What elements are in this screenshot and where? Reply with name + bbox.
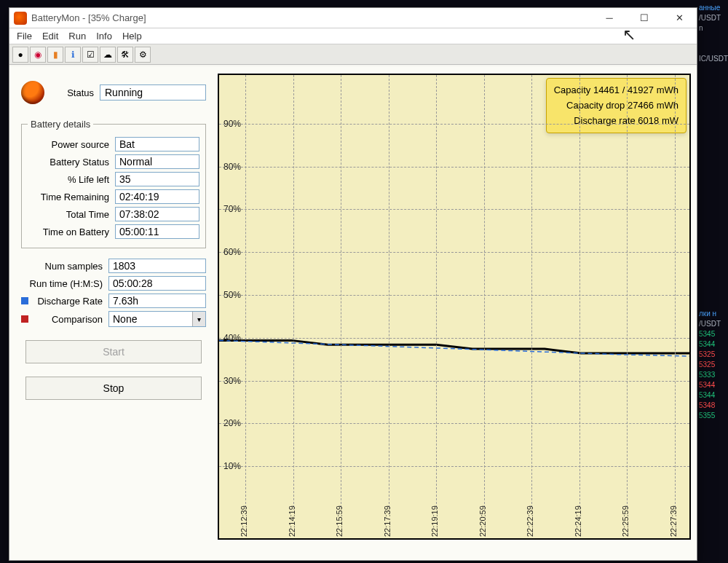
vgrid-line bbox=[293, 75, 294, 508]
hgrid-line bbox=[219, 466, 689, 467]
y-tick-label: 40% bbox=[223, 333, 241, 343]
y-tick-label: 60% bbox=[223, 247, 241, 257]
run-time-label: Run time (H:M:S) bbox=[21, 278, 108, 289]
vgrid-line bbox=[627, 75, 628, 508]
status-value: Running bbox=[100, 84, 206, 101]
num-samples-value: 1803 bbox=[108, 259, 206, 273]
window-title: BatteryMon - [35% Charge] bbox=[31, 12, 146, 23]
hgrid-line bbox=[219, 381, 689, 382]
discharge-rate-value: 7.63h bbox=[108, 294, 206, 308]
x-tick-label: 22:19:19 bbox=[430, 505, 439, 537]
extra-stats: Num samples 1803 Run time (H:M:S) 05:00:… bbox=[21, 259, 206, 327]
total-time-label: Total Time bbox=[28, 209, 115, 220]
batterymon-window: BatteryMon - [35% Charge] ─ ☐ ✕ ↖ File E… bbox=[9, 7, 697, 561]
time-on-battery-label: Time on Battery bbox=[28, 227, 115, 237]
stop-button[interactable]: Stop bbox=[25, 377, 201, 400]
y-tick-label: 20% bbox=[223, 418, 241, 428]
tool-info-icon[interactable]: ℹ bbox=[65, 47, 81, 63]
status-label: Status bbox=[50, 87, 94, 98]
y-tick-label: 70% bbox=[223, 204, 241, 214]
time-on-battery-value: 05:00:11 bbox=[115, 224, 199, 239]
time-remaining-value: 02:40:19 bbox=[115, 189, 199, 204]
hgrid-line bbox=[219, 338, 689, 339]
battery-status-value: Normal bbox=[115, 154, 199, 169]
total-time-value: 07:38:02 bbox=[115, 207, 199, 221]
minimize-button[interactable]: ─ bbox=[592, 8, 627, 28]
toolbar: ● ◉ ▮ ℹ ☑ ☁ 🛠 ⚙ bbox=[9, 44, 697, 65]
vgrid-line bbox=[484, 75, 485, 508]
hgrid-line bbox=[219, 124, 689, 125]
tool-battery-icon[interactable]: ▮ bbox=[47, 47, 63, 63]
dropdown-arrow-icon[interactable]: ▾ bbox=[192, 312, 205, 326]
x-tick-label: 22:12:39 bbox=[240, 505, 248, 537]
comparison-marker-icon bbox=[21, 315, 28, 323]
hgrid-line bbox=[219, 167, 689, 168]
tool-cloud-icon[interactable]: ☁ bbox=[100, 47, 116, 63]
menu-info[interactable]: Info bbox=[96, 31, 112, 42]
discharge-marker-icon bbox=[21, 297, 28, 304]
background-app-strip: анные /USDT n IC/USDT лки н /USDT 5345 5… bbox=[697, 0, 728, 563]
close-button[interactable]: ✕ bbox=[662, 8, 697, 28]
num-samples-label: Num samples bbox=[21, 261, 108, 272]
menu-run[interactable]: Run bbox=[68, 31, 86, 42]
vgrid-line bbox=[675, 75, 676, 508]
discharge-rate-label: Discharge Rate bbox=[31, 296, 108, 307]
tool-tool-icon[interactable]: 🛠 bbox=[117, 47, 133, 63]
comparison-value: None bbox=[109, 312, 192, 326]
start-button[interactable]: Start bbox=[25, 340, 201, 363]
menubar: File Edit Run Info Help bbox=[9, 28, 697, 44]
maximize-button[interactable]: ☐ bbox=[627, 8, 662, 28]
tooltip-line2: Capacity drop 27466 mWh bbox=[554, 98, 678, 114]
vgrid-line bbox=[389, 75, 389, 508]
x-tick-label: 22:14:19 bbox=[288, 505, 296, 537]
battery-details-group: Battery details Power source Bat Battery… bbox=[21, 119, 206, 248]
vgrid-line bbox=[579, 75, 580, 508]
power-source-value: Bat bbox=[115, 137, 199, 151]
y-tick-label: 80% bbox=[223, 162, 241, 172]
left-panel: Status Running Battery details Power sou… bbox=[21, 81, 206, 400]
x-tick-label: 22:17:39 bbox=[383, 505, 392, 537]
tooltip-line1: Capacity 14461 / 41927 mWh bbox=[554, 83, 678, 98]
comparison-dropdown[interactable]: None ▾ bbox=[108, 311, 206, 327]
comparison-label: Comparison bbox=[31, 314, 108, 325]
y-tick-label: 10% bbox=[223, 461, 241, 471]
life-left-value: 35 bbox=[115, 172, 199, 186]
x-tick-label: 22:25:59 bbox=[621, 505, 630, 537]
details-legend: Battery details bbox=[28, 119, 93, 130]
tool-record-icon[interactable]: ● bbox=[12, 47, 28, 63]
hgrid-line bbox=[219, 423, 689, 424]
vgrid-line bbox=[531, 75, 532, 508]
x-tick-label: 22:20:59 bbox=[478, 505, 487, 537]
menu-edit[interactable]: Edit bbox=[42, 31, 58, 42]
life-left-label: % Life left bbox=[28, 174, 115, 185]
run-time-value: 05:00:28 bbox=[108, 276, 206, 291]
hgrid-line bbox=[219, 209, 689, 210]
status-app-icon bbox=[21, 81, 44, 104]
hgrid-line bbox=[219, 295, 689, 296]
titlebar[interactable]: BatteryMon - [35% Charge] ─ ☐ ✕ bbox=[9, 8, 697, 28]
y-tick-label: 30% bbox=[223, 376, 241, 386]
vgrid-line bbox=[341, 75, 341, 508]
x-tick-label: 22:27:39 bbox=[669, 505, 678, 537]
menu-help[interactable]: Help bbox=[122, 31, 142, 42]
tool-settings-icon[interactable]: ⚙ bbox=[135, 47, 151, 63]
vgrid-line bbox=[245, 75, 246, 508]
tool-stop-icon[interactable]: ◉ bbox=[30, 47, 46, 63]
battery-status-label: Battery Status bbox=[28, 157, 115, 168]
chart-area[interactable]: Capacity 14461 / 41927 mWh Capacity drop… bbox=[218, 74, 691, 540]
content-area: Status Running Battery details Power sou… bbox=[9, 66, 697, 560]
menu-file[interactable]: File bbox=[17, 31, 32, 42]
chart-svg bbox=[219, 75, 689, 538]
chart-tooltip: Capacity 14461 / 41927 mWh Capacity drop… bbox=[546, 78, 687, 133]
x-tick-label: 22:15:59 bbox=[335, 505, 344, 537]
y-tick-label: 50% bbox=[223, 290, 241, 300]
y-tick-label: 90% bbox=[223, 119, 241, 129]
vgrid-line bbox=[436, 75, 437, 508]
tool-config-icon[interactable]: ☑ bbox=[82, 47, 98, 63]
time-remaining-label: Time Remaining bbox=[28, 192, 115, 202]
x-tick-label: 22:24:19 bbox=[574, 505, 582, 537]
hgrid-line bbox=[219, 252, 689, 253]
x-tick-label: 22:22:39 bbox=[526, 505, 534, 537]
app-icon bbox=[14, 12, 27, 25]
tooltip-line3: Discharge rate 6018 mW bbox=[554, 114, 678, 129]
